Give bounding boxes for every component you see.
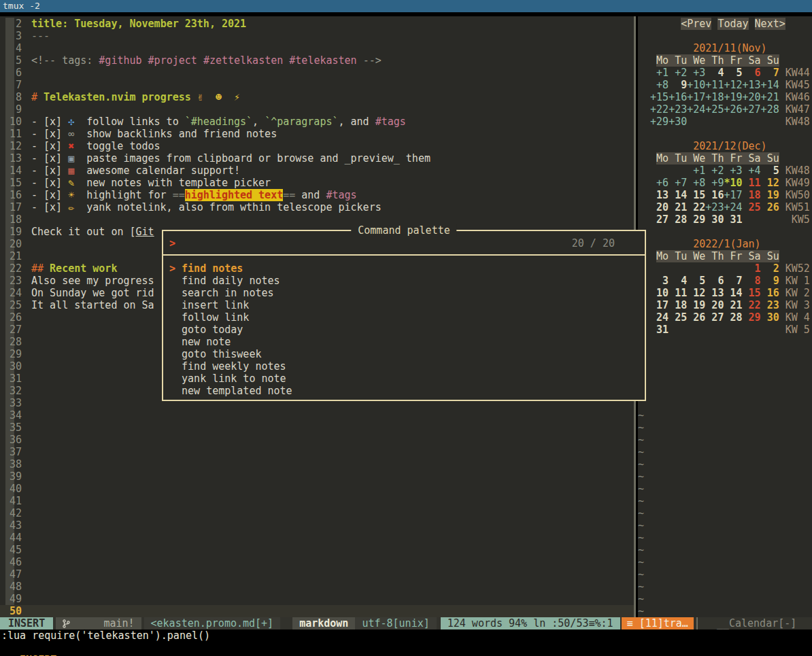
- editor-line[interactable]: 7: [0, 79, 634, 91]
- editor-line[interactable]: 40: [0, 483, 634, 495]
- palette-item-label: search in notes: [182, 287, 273, 299]
- calendar-week-row[interactable]: 20 21 22+23+24 25 26 KW51: [638, 201, 812, 213]
- line-number: 12: [0, 140, 31, 152]
- palette-item[interactable]: goto thisweek: [163, 348, 645, 360]
- palette-item[interactable]: search in notes: [163, 287, 645, 299]
- palette-item-label: find daily notes: [182, 275, 280, 287]
- editor-line[interactable]: 18: [0, 213, 634, 226]
- palette-prompt-row[interactable]: > 20 / 20: [163, 237, 645, 250]
- empty-line-tilde: ~: [638, 483, 812, 495]
- text-segment: ,: [252, 116, 265, 128]
- text-segment: [638, 177, 650, 189]
- link-icon: ∞: [68, 128, 80, 140]
- editor-line[interactable]: 36: [0, 434, 634, 446]
- editor-line[interactable]: 4: [0, 42, 634, 54]
- editor-line[interactable]: 39: [0, 470, 634, 483]
- calendar-week-row[interactable]: 24 25 26 27 28 29 30 KW 4: [638, 311, 812, 324]
- line-number: 31: [0, 373, 31, 385]
- palette-item[interactable]: > find notes: [163, 262, 645, 275]
- editor-line[interactable]: 9: [0, 103, 634, 116]
- calendar-pane[interactable]: <Prev Today Next> 2021/11(Nov) Mo Tu We …: [638, 16, 812, 617]
- palette-item[interactable]: goto today: [163, 324, 645, 336]
- calendar-week-row[interactable]: 13 14 15 16+17 18 19 KW50: [638, 189, 812, 201]
- text-segment: KW50: [779, 189, 810, 201]
- calendar-week-row[interactable]: 17 18 19 20 21 22 23 KW 3: [638, 299, 812, 311]
- editor-line[interactable]: 12- [x] ✖ toggle todos: [0, 140, 634, 152]
- editor-line[interactable]: 5<!-- tags: #github #project #zettelkast…: [0, 54, 634, 67]
- calendar-week-row[interactable]: 3 4 5 6 7 8 9 KW 1: [638, 275, 812, 287]
- prev-button[interactable]: <Prev: [681, 18, 711, 30]
- editor-line[interactable]: 13- [x] ▣ paste images from clipboard or…: [0, 152, 634, 165]
- calendar-week-row[interactable]: +29+30 KW48: [638, 116, 812, 128]
- calendar-week-row[interactable]: +22+23+24+25+26+27+28 KW47: [638, 103, 812, 116]
- editor-line[interactable]: 34: [0, 409, 634, 421]
- text-segment: 24 25 26 27 28: [650, 311, 742, 324]
- editor-line[interactable]: 42: [0, 507, 634, 519]
- calendar-week-row[interactable]: +6 +7 +8 +9*10 11 12 KW49: [638, 177, 812, 189]
- editor-line[interactable]: 44: [0, 532, 634, 544]
- editor-line[interactable]: 3---: [0, 30, 634, 42]
- palette-item[interactable]: yank link to note: [163, 373, 645, 385]
- palette-item-label: find weekly notes: [182, 360, 286, 373]
- text-segment: +10+11+12+13+14: [687, 79, 779, 91]
- calendar-week-row[interactable]: 1 2 KW52: [638, 262, 812, 275]
- editor-line[interactable]: 38: [0, 458, 634, 470]
- text-segment: +1 +2 +3: [650, 67, 705, 79]
- text-segment: 18: [743, 189, 761, 201]
- text-segment: KW46: [779, 91, 810, 103]
- palette-item[interactable]: new note: [163, 336, 645, 348]
- text-segment: follow links to: [80, 116, 185, 128]
- text-segment: [749, 18, 755, 30]
- editor-line[interactable]: 15- [x] ✎ new notes with template picker: [0, 177, 634, 189]
- calendar-week-row[interactable]: 27 28 29 30 31 KW5: [638, 213, 812, 226]
- filename-segment: <ekasten.promo.md[+]: [144, 617, 281, 629]
- command-line[interactable]: :lua require('telekasten').panel(): [0, 629, 812, 642]
- text-segment: [638, 238, 693, 250]
- calendar-week-row[interactable]: +8 9+10+11+12+13+14 KW45: [638, 79, 812, 91]
- palette-divider: [163, 254, 645, 256]
- editor-line[interactable]: 35: [0, 421, 634, 434]
- line-number: 33: [0, 397, 31, 409]
- editor-line[interactable]: 46: [0, 556, 634, 568]
- palette-item[interactable]: find daily notes: [163, 275, 645, 287]
- text-segment: 30: [761, 311, 779, 324]
- editor-line[interactable]: 14- [x] ▦ awesome calendar support!: [0, 165, 634, 177]
- palette-item[interactable]: find weekly notes: [163, 360, 645, 373]
- caret-spacer: [169, 311, 182, 324]
- calendar-week-row[interactable]: +1 +2 +3 +4 5 KW48: [638, 165, 812, 177]
- next-button[interactable]: Next>: [755, 18, 785, 30]
- editor-line[interactable]: 37: [0, 446, 634, 458]
- footprints-icon: ✣: [68, 116, 80, 128]
- editor-line[interactable]: 47: [0, 568, 634, 581]
- calendar-week-row[interactable]: +15+16+17+18+19+20+21 KW46: [638, 91, 812, 103]
- line-number: 29: [0, 348, 31, 360]
- command-palette: Command palette > 20 / 20 > find notes f…: [162, 230, 646, 401]
- text-segment: KW48: [779, 165, 810, 177]
- calendar-week-row[interactable]: +1 +2 +3 4 5 6 7 KW44: [638, 67, 812, 79]
- today-button[interactable]: Today: [717, 18, 748, 30]
- editor-line[interactable]: 2title: Tuesday, November 23th, 2021: [0, 18, 634, 30]
- editor-line[interactable]: 43: [0, 519, 634, 532]
- text-segment: #tags: [326, 189, 356, 201]
- text-segment: ~: [638, 519, 644, 532]
- editor-line[interactable]: 45: [0, 544, 634, 556]
- text-segment: Git: [136, 226, 154, 238]
- palette-item[interactable]: new templated note: [163, 385, 645, 397]
- editor-line[interactable]: 6: [0, 67, 634, 79]
- empty-line-tilde: ~: [638, 495, 812, 507]
- text-segment: 29: [743, 311, 761, 324]
- calendar-week-row[interactable]: 31 KW 5: [638, 324, 812, 336]
- calendar-week-row[interactable]: 10 11 12 13 14 15 16 KW 2: [638, 287, 812, 299]
- editor-line[interactable]: 8# Telekasten.nvim progress ✌ ☻ ⚡: [0, 91, 634, 103]
- editor-line[interactable]: 48: [0, 581, 634, 593]
- editor-line[interactable]: 17- [x] ✏ yank notelink, also from wthin…: [0, 201, 634, 213]
- calendar-statusline: __Calendar[-]: [696, 617, 812, 629]
- text-segment: 4 5: [705, 67, 742, 79]
- editor-line[interactable]: 16- [x] ☀ highlight for ==highlighted te…: [0, 189, 634, 201]
- editor-line[interactable]: 41: [0, 495, 634, 507]
- palette-item[interactable]: insert link: [163, 299, 645, 311]
- editor-line[interactable]: 11- [x] ∞ show backlinks and friend note…: [0, 128, 634, 140]
- editor-line[interactable]: 10- [x] ✣ follow links to `#headings`, `…: [0, 116, 634, 128]
- text-segment: [687, 116, 779, 128]
- palette-item[interactable]: follow link: [163, 311, 645, 324]
